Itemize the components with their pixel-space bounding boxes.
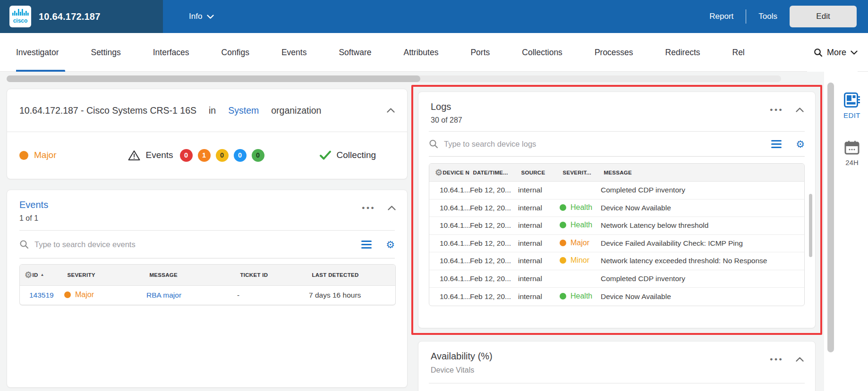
column-header-ticket-id[interactable]: TICKET ID <box>240 272 312 278</box>
event-id-link[interactable]: 143519 <box>29 291 64 299</box>
filter-list-icon[interactable] <box>361 241 372 249</box>
column-header-severity[interactable]: SEVERITY <box>67 272 149 278</box>
divider <box>19 258 395 258</box>
collapse-chevron-icon[interactable] <box>387 108 395 113</box>
sidebar-edit-dashboard-button[interactable]: EDIT <box>837 92 867 119</box>
events-search-input[interactable] <box>34 240 356 249</box>
filter-list-icon[interactable] <box>771 140 782 148</box>
ellipsis-menu-icon[interactable]: ●●● <box>362 205 375 210</box>
tab-redirects[interactable]: Redirects <box>665 33 700 72</box>
events-card: Events 1 of 1 ●●● ⚙︎ ⚙︎ ID▲ SEVERITY MES… <box>7 190 408 388</box>
time-range-label: 24H <box>845 158 859 166</box>
ok-count-badge[interactable]: 0 <box>252 149 264 162</box>
tab-events[interactable]: Events <box>281 33 307 72</box>
tabs-horizontal-scrollbar-thumb[interactable] <box>7 75 420 82</box>
settings-gear-icon[interactable]: ⚙︎ <box>386 240 395 250</box>
tools-button[interactable]: Tools <box>758 12 777 21</box>
logs-table-row[interactable]: 10.64.1... Feb 12, 20... internal Major … <box>429 235 804 253</box>
logs-table-header: ⚙︎ DEVICE N DATE/TIME... SOURCE SEVERIT.… <box>429 164 804 182</box>
tab-list: Investigator Settings Interfaces Configs… <box>16 33 786 72</box>
calendar-icon <box>844 141 859 155</box>
group-link[interactable]: System <box>228 105 259 116</box>
tab-collections[interactable]: Collections <box>522 33 562 72</box>
column-settings-gear-icon[interactable]: ⚙︎ <box>25 271 32 279</box>
events-card-title[interactable]: Events <box>19 200 395 210</box>
device-status-row: Major Events 0 1 0 0 0 Collecting <box>7 132 407 178</box>
sort-asc-icon: ▲ <box>41 273 44 277</box>
tab-processes[interactable]: Processes <box>595 33 633 72</box>
info-count-badge[interactable]: 0 <box>234 149 247 162</box>
settings-gear-icon[interactable]: ⚙︎ <box>796 139 805 149</box>
ellipsis-menu-icon[interactable]: ●●● <box>770 107 783 112</box>
tab-attributes[interactable]: Attributes <box>403 33 438 72</box>
more-tabs-button[interactable]: More <box>807 33 858 72</box>
severity-badge: Major <box>560 239 589 247</box>
tab-ports[interactable]: Ports <box>470 33 490 72</box>
more-label: More <box>827 48 846 58</box>
device-summary-title: 10.64.172.187 - Cisco Systems CRS-1 16S <box>19 105 196 116</box>
log-message: Completed CDP inventory <box>601 186 804 194</box>
column-header-id[interactable]: ID▲ <box>32 272 67 278</box>
device-severity-label: Major <box>34 150 57 160</box>
major-count-badge[interactable]: 1 <box>198 149 211 162</box>
column-header-source[interactable]: SOURCE <box>521 170 562 175</box>
events-table-row[interactable]: 143519 Major RBA major - 7 days 16 hours <box>20 286 395 305</box>
severity-dot-icon <box>19 151 28 160</box>
collapse-chevron-icon[interactable] <box>796 357 804 362</box>
report-button[interactable]: Report <box>709 12 733 21</box>
column-header-datetime[interactable]: DATE/TIME... <box>473 170 521 175</box>
log-datetime: Feb 12, 20... <box>470 257 518 265</box>
logs-table-scrollbar-thumb[interactable] <box>809 194 812 257</box>
logs-table: ⚙︎ DEVICE N DATE/TIME... SOURCE SEVERIT.… <box>429 163 805 306</box>
info-dropdown[interactable]: Info <box>189 0 214 33</box>
tab-software[interactable]: Software <box>339 33 371 72</box>
critical-count-badge[interactable]: 0 <box>180 149 193 162</box>
severity-dot-icon <box>560 240 566 246</box>
in-label: in <box>209 105 216 116</box>
column-header-last-detected[interactable]: LAST DETECTED <box>312 272 395 278</box>
log-source: internal <box>518 275 560 283</box>
column-header-device-name[interactable]: DEVICE N <box>443 170 473 175</box>
log-message: Device Now Available <box>601 292 804 301</box>
collapse-chevron-icon[interactable] <box>388 206 396 210</box>
tab-interfaces[interactable]: Interfaces <box>153 33 189 72</box>
column-header-message[interactable]: MESSAGE <box>604 170 804 175</box>
logs-table-row[interactable]: 10.64.1... Feb 12, 20... internal Health… <box>429 288 804 306</box>
tabs-horizontal-scrollbar[interactable] <box>7 75 781 82</box>
page-vertical-scrollbar-thumb[interactable] <box>827 83 834 352</box>
logs-table-row[interactable]: 10.64.1... Feb 12, 20... internal Minor … <box>429 252 804 270</box>
logs-search-input[interactable] <box>444 140 766 149</box>
check-icon <box>320 150 331 160</box>
dashboard-edit-icon <box>844 92 860 108</box>
log-datetime: Feb 12, 20... <box>470 239 518 248</box>
device-summary-card: 10.64.172.187 - Cisco Systems CRS-1 16S … <box>7 89 408 179</box>
severity-dot-icon <box>64 291 71 298</box>
logs-table-row[interactable]: 10.64.1... Feb 12, 20... internal Health… <box>429 217 804 235</box>
severity-dot-icon <box>560 222 566 228</box>
event-message-link[interactable]: RBA major <box>146 291 237 299</box>
collapse-chevron-icon[interactable] <box>796 108 804 112</box>
chevron-down-icon <box>207 15 214 19</box>
column-header-severity[interactable]: SEVERIT... <box>562 170 604 175</box>
severity-badge: Minor <box>560 256 589 265</box>
edit-button[interactable]: Edit <box>790 6 857 27</box>
logs-table-row[interactable]: 10.64.1... Feb 12, 20... internal Comple… <box>429 182 804 200</box>
minor-count-badge[interactable]: 0 <box>216 149 229 162</box>
sidebar-time-range-button[interactable]: 24H <box>837 141 867 166</box>
column-settings-gear-icon[interactable]: ⚙︎ <box>435 168 443 177</box>
log-source: internal <box>518 292 560 301</box>
alert-badges: 0 1 0 0 0 <box>180 149 264 162</box>
column-header-message[interactable]: MESSAGE <box>149 272 240 278</box>
log-datetime: Feb 12, 20... <box>470 292 518 301</box>
tab-investigator[interactable]: Investigator <box>16 33 59 72</box>
tab-relationships[interactable]: Rel <box>732 33 745 72</box>
cisco-logo-icon: cisco <box>9 6 31 27</box>
ellipsis-menu-icon[interactable]: ●●● <box>770 357 783 362</box>
svg-text:cisco: cisco <box>13 17 28 24</box>
tab-configs[interactable]: Configs <box>221 33 249 72</box>
availability-card-subtitle: Device Vitals <box>431 366 803 374</box>
log-source: internal <box>518 239 560 248</box>
logs-table-row[interactable]: 10.64.1... Feb 12, 20... internal Health… <box>429 200 804 217</box>
logs-table-row[interactable]: 10.64.1... Feb 12, 20... internal Comple… <box>429 270 804 288</box>
tab-settings[interactable]: Settings <box>91 33 120 72</box>
